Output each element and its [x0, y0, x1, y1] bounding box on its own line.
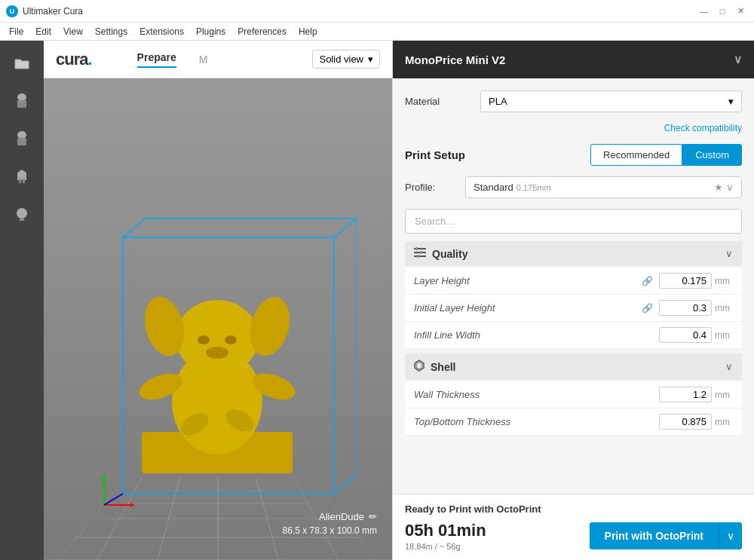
maximize-button[interactable]: □ — [715, 4, 730, 19]
btn-recommended[interactable]: Recommended — [590, 144, 682, 166]
shell-section-icon — [414, 360, 425, 374]
svg-point-34 — [225, 335, 237, 344]
svg-line-40 — [104, 494, 123, 505]
viewport-canvas[interactable]: AlienDude ✏ 86.5 x 78.3 x 100.0 mm — [44, 78, 392, 560]
quality-settings: Layer Height 🔗 mm Initial Layer Height 🔗… — [405, 268, 742, 349]
wall-thickness-label: Wall Thickness — [414, 389, 642, 400]
close-button[interactable]: ✕ — [733, 4, 748, 19]
sidebar-shape4-icon[interactable] — [7, 199, 37, 229]
model-3d — [119, 228, 315, 477]
app-icon: U — [6, 5, 18, 17]
svg-point-30 — [176, 300, 259, 375]
top-bottom-thickness-input[interactable] — [659, 414, 712, 430]
menu-extensions[interactable]: Extensions — [133, 25, 190, 38]
menu-plugins[interactable]: Plugins — [190, 25, 231, 38]
sidebar-shape3-icon[interactable] — [7, 161, 37, 191]
print-mode-buttons: Recommended Custom — [590, 144, 742, 166]
logo: cura. — [56, 50, 92, 69]
profile-size-value: 0.175mm — [516, 183, 551, 192]
print-setup-row: Print Setup Recommended Custom — [405, 144, 742, 166]
initial-layer-height-unit: mm — [715, 303, 733, 314]
menu-bar: File Edit View Settings Extensions Plugi… — [0, 23, 754, 41]
panel-body: Material PLA ▾ Check compatibility Print… — [393, 78, 754, 494]
initial-layer-height-lock[interactable]: 🔗 — [642, 303, 653, 314]
svg-rect-7 — [20, 218, 24, 221]
svg-rect-45 — [414, 256, 426, 257]
print-time-block: 05h 01min 18.84m / ~ 56g — [405, 521, 492, 551]
infill-line-width-row: Infill Line Width 🔗 mm — [405, 322, 742, 349]
sidebar-folder-icon[interactable] — [7, 48, 37, 78]
svg-rect-5 — [23, 179, 25, 183]
infill-line-width-label: Infill Line Width — [414, 329, 642, 341]
quality-section-title: Quality — [432, 248, 467, 260]
svg-marker-41 — [130, 503, 134, 507]
sidebar-shape2-icon[interactable] — [7, 124, 37, 154]
shell-section-chevron[interactable]: ∨ — [725, 361, 733, 372]
initial-layer-height-input[interactable] — [659, 300, 712, 316]
layer-height-row: Layer Height 🔗 mm — [405, 268, 742, 295]
svg-line-24 — [334, 475, 357, 494]
infill-line-width-input[interactable] — [659, 327, 712, 343]
tab-monitor[interactable]: M — [199, 54, 208, 66]
menu-view[interactable]: View — [57, 25, 89, 38]
model-edit-icon[interactable]: ✏ — [369, 511, 377, 522]
minimize-button[interactable]: — — [697, 4, 712, 19]
profile-select[interactable]: Standard 0.175mm ★ ∨ — [465, 176, 742, 198]
svg-rect-1 — [17, 100, 26, 108]
svg-line-22 — [334, 219, 357, 237]
svg-point-0 — [17, 93, 26, 101]
sidebar — [0, 41, 44, 560]
quality-section-header[interactable]: Quality ∨ — [405, 241, 742, 266]
view-dropdown[interactable]: Solid view ▾ — [312, 50, 380, 69]
layer-height-input[interactable] — [659, 273, 712, 289]
profile-label: Profile: — [405, 182, 465, 193]
coordinate-axes — [100, 464, 146, 509]
view-dropdown-arrow: ▾ — [368, 54, 373, 65]
infill-line-width-unit: mm — [715, 330, 733, 341]
check-compatibility-link[interactable]: Check compatibility — [405, 123, 742, 133]
title-bar: U Ultimaker Cura — □ ✕ — [0, 0, 754, 23]
sidebar-shape1-icon[interactable] — [7, 86, 37, 116]
svg-marker-42 — [102, 475, 106, 480]
logo-dot: . — [87, 50, 91, 69]
profile-chevron-icon[interactable]: ∨ — [726, 182, 734, 193]
svg-rect-4 — [19, 179, 21, 183]
wall-thickness-row: Wall Thickness 🔗 mm — [405, 381, 742, 409]
wall-thickness-input[interactable] — [659, 387, 712, 402]
print-setup-label: Print Setup — [405, 148, 465, 161]
print-time: 05h 01min — [405, 521, 486, 540]
layer-height-unit: mm — [715, 276, 733, 286]
ready-text: Ready to Print with OctoPrint — [405, 503, 742, 515]
search-box[interactable]: Search... — [405, 209, 742, 234]
print-with-octoprint-button[interactable]: Print with OctoPrint — [590, 522, 719, 549]
printer-name: MonoPrice Mini V2 — [405, 54, 505, 66]
top-bottom-thickness-unit: mm — [715, 417, 733, 427]
svg-point-2 — [17, 131, 26, 139]
menu-preferences[interactable]: Preferences — [231, 25, 293, 38]
quality-section-chevron[interactable]: ∨ — [725, 248, 733, 259]
svg-point-33 — [198, 335, 210, 344]
window-controls: — □ ✕ — [697, 4, 748, 19]
menu-settings[interactable]: Settings — [89, 25, 133, 38]
printer-header[interactable]: MonoPrice Mini V2 ∨ — [393, 41, 754, 78]
quality-section-icon — [414, 247, 426, 260]
profile-star-icon[interactable]: ★ — [714, 182, 723, 193]
menu-edit[interactable]: Edit — [29, 25, 57, 38]
shell-section-header[interactable]: Shell ∨ — [405, 353, 742, 380]
bottom-panel: Ready to Print with OctoPrint 05h 01min … — [393, 494, 754, 560]
menu-file[interactable]: File — [3, 25, 29, 38]
print-btn-dropdown[interactable]: ∨ — [719, 522, 742, 549]
layer-height-lock[interactable]: 🔗 — [642, 276, 653, 286]
initial-layer-height-label: Initial Layer Height — [414, 302, 642, 314]
material-select[interactable]: PLA ▾ — [480, 90, 742, 112]
print-button-group: Print with OctoPrint ∨ — [590, 522, 742, 549]
btn-custom[interactable]: Custom — [682, 144, 742, 166]
tab-prepare[interactable]: Prepare — [137, 51, 176, 68]
title-bar-text: Ultimaker Cura — [23, 6, 697, 17]
svg-rect-48 — [417, 255, 419, 258]
model-dimensions: 86.5 x 78.3 x 100.0 mm — [283, 525, 377, 536]
printer-chevron[interactable]: ∨ — [734, 53, 742, 66]
menu-help[interactable]: Help — [293, 25, 323, 38]
profile-row: Profile: Standard 0.175mm ★ ∨ — [405, 176, 742, 198]
main-layout: cura. Prepare M Solid view ▾ — [0, 41, 754, 560]
